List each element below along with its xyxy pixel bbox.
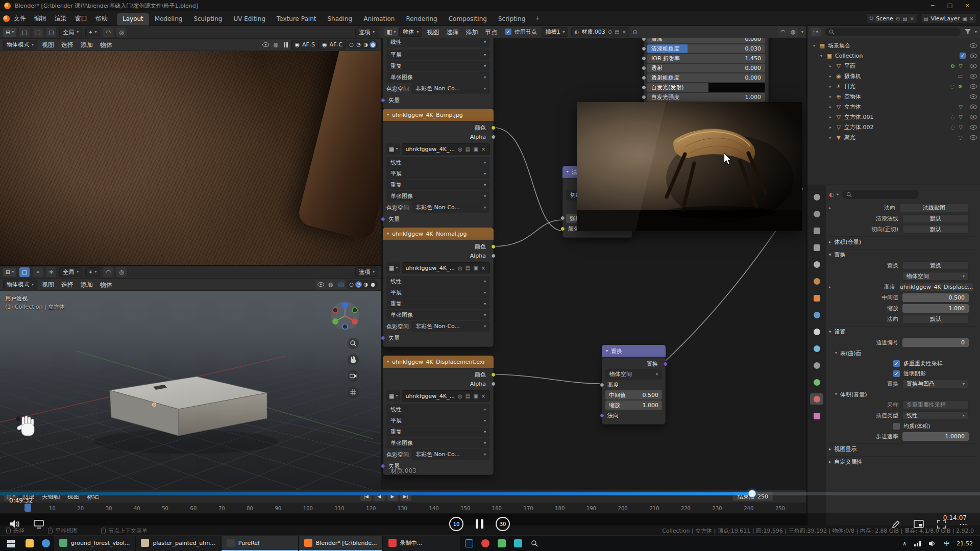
interpolation-select[interactable]: 线性▾: [386, 37, 490, 47]
mis-checkbox[interactable]: ✓: [893, 360, 900, 367]
use-nodes-checkbox[interactable]: ✓: [505, 29, 511, 35]
mode-dropdown[interactable]: 物体模式▾: [3, 40, 37, 49]
tab-particles[interactable]: [810, 326, 823, 337]
outliner[interactable]: ⫶▾ ▾ ▾ ▦ 场景集合 ✓ ▾ ▣ Collection ✓: [807, 26, 980, 185]
visibility-eye-icon[interactable]: [970, 135, 977, 140]
filter-icon[interactable]: [965, 29, 971, 35]
shading-rendered-icon[interactable]: ●: [370, 281, 376, 288]
snap-toggle-icon[interactable]: ◠: [103, 267, 113, 277]
tangent-button[interactable]: 默认: [902, 225, 969, 234]
settings-section-header[interactable]: ▾设置: [829, 326, 976, 337]
proportional-edit-icon[interactable]: ◎: [116, 28, 127, 37]
pivot-point-dropdown[interactable]: ⌖▾: [85, 267, 100, 277]
pin-icon[interactable]: ⊙: [896, 16, 900, 21]
node-principled-bsdf-partial[interactable]: 清漆0.000 清漆粗糙度0.030 IOR 折射率1.450 透射0.000 …: [644, 32, 769, 106]
image-name-field[interactable]: uhnkfggew_4K_...◎▤▣×: [402, 262, 490, 273]
taskbar-app-button[interactable]: PureRef: [222, 536, 298, 551]
node-select[interactable]: 线性▾: [386, 404, 490, 415]
viewport-camera-render[interactable]: [0, 51, 381, 265]
input-socket[interactable]: [642, 95, 646, 99]
node-select[interactable]: 重复▾: [386, 298, 490, 309]
viewport-menu-item[interactable]: 添加: [77, 40, 96, 50]
object-name[interactable]: 平面: [844, 62, 855, 70]
outliner-row[interactable]: ▾ ▣ Collection ✓: [807, 51, 980, 61]
outliner-row[interactable]: ▸ ▽ 立方体.002 ◌ ▽ ✓: [807, 122, 980, 132]
step-rate-field[interactable]: 1.0000: [902, 432, 969, 441]
overlays-toggle-icon[interactable]: ◍: [271, 40, 281, 49]
pan-hand-button[interactable]: [348, 354, 359, 365]
scale-field[interactable]: 1.000: [902, 304, 969, 313]
taskbar-app-button[interactable]: 录制中...: [383, 536, 460, 551]
space-dropdown[interactable]: 物体空间▾: [902, 272, 969, 281]
input-socket[interactable]: [642, 85, 646, 90]
outliner-row[interactable]: ▸ ▼ 聚光 ◌ ✓: [807, 132, 980, 142]
transparent-shadow-row[interactable]: ✓透明阴影: [829, 368, 976, 379]
viewport-menu-item[interactable]: 视图: [38, 40, 58, 50]
object-name[interactable]: 空物体: [844, 93, 861, 101]
pin-icon[interactable]: ⊙: [632, 29, 638, 36]
node-select[interactable]: 平展▾: [386, 168, 490, 179]
mis-checkbox-row[interactable]: ✓多重重要性采样: [829, 358, 976, 368]
expand-arrow-icon[interactable]: ▸: [828, 94, 833, 99]
workspace-tab[interactable]: Animation: [358, 13, 400, 26]
taskbar-pinned-icon-browser[interactable]: [38, 536, 54, 551]
node-displacement[interactable]: ▾置换 置换 物体空间▾ 高度 中间值0.500 缩放1.000 法向: [602, 345, 666, 424]
copy-icon[interactable]: ▤: [465, 146, 470, 152]
taskbar-icon-green-app[interactable]: [494, 536, 510, 551]
shader-type-dropdown[interactable]: 物体▾: [399, 27, 422, 37]
custom-properties-section-header[interactable]: ▸自定义属性: [829, 456, 976, 467]
clearcoat-normal-button[interactable]: 默认: [902, 214, 969, 223]
expand-arrow-icon[interactable]: ▸: [828, 64, 833, 68]
new-scene-icon[interactable]: ▤: [902, 16, 907, 21]
tab-object-data[interactable]: [810, 377, 823, 388]
tab-modifiers[interactable]: [810, 309, 823, 320]
unlink-material-icon[interactable]: ×: [622, 29, 626, 35]
shader-menu-item[interactable]: 节点: [481, 27, 501, 37]
node-select[interactable]: 单张图像▾: [386, 438, 490, 448]
object-name[interactable]: Collection: [835, 53, 863, 59]
outliner-row[interactable]: ▸ ▽ 立方体.001 ◌ ▽ ✓: [807, 112, 980, 122]
scale-field[interactable]: 缩放1.000: [605, 400, 662, 410]
node-select[interactable]: 单张图像▾: [386, 191, 490, 202]
zoom-button[interactable]: [348, 338, 359, 349]
outliner-row[interactable]: ▸ ▽ 平面 ⚙ ▽ ✓: [807, 61, 980, 71]
annotate-pencil-icon[interactable]: [892, 520, 900, 529]
colorspace-select[interactable]: 非彩色 Non-Co...▾: [411, 449, 490, 460]
mode-dropdown[interactable]: 物体模式▾: [3, 280, 37, 289]
input-socket[interactable]: [642, 46, 646, 51]
taskbar-pinned-icon-folder[interactable]: [21, 536, 38, 551]
scene-selector[interactable]: ⛭ Scene ⊙ ▤ ×: [866, 13, 917, 23]
options-dropdown[interactable]: 选项▾: [355, 28, 378, 37]
workspace-tab[interactable]: Shading: [322, 13, 358, 26]
taskbar-icon-teal-app[interactable]: [510, 536, 526, 551]
node-select[interactable]: 重复▾: [386, 427, 490, 437]
copy-material-icon[interactable]: ▤: [615, 29, 619, 35]
viewport-menu-item[interactable]: 选择: [58, 280, 77, 290]
close-button[interactable]: ×: [959, 0, 976, 11]
strength-socket[interactable]: [560, 216, 565, 220]
properties-search[interactable]: [842, 190, 919, 199]
viewlayer-selector[interactable]: ▤ ViewLayer ▣ ×: [920, 13, 977, 23]
visibility-eye-icon[interactable]: [970, 54, 977, 58]
taskbar-icon-search[interactable]: [526, 536, 543, 551]
topbar-menu-item[interactable]: 文件: [10, 13, 30, 24]
taskbar-icon-red-app[interactable]: [477, 536, 494, 551]
header-menu-arrow[interactable]: ▾: [975, 30, 977, 34]
select-lasso-tool[interactable]: ▢: [46, 28, 56, 37]
shading-material-icon[interactable]: ◑: [362, 281, 369, 288]
displacement-section-header[interactable]: ▾置换: [829, 249, 976, 260]
add-workspace-button[interactable]: +: [531, 13, 544, 24]
outliner-row[interactable]: ▸ ⊕ 空物体 ✓: [807, 91, 980, 102]
color-output-socket[interactable]: [491, 126, 496, 130]
workspace-tab[interactable]: Rendering: [400, 13, 443, 26]
properties-editor[interactable]: ◐ ▸ ▸法向法线贴图 清漆法线默认 切向(正切)默认 ▸体积(音量) ▾置换 …: [807, 185, 980, 527]
outliner-row[interactable]: ▸ ☀ 日光 ◌ ⚙ ✓: [807, 81, 980, 91]
input-socket[interactable]: [642, 56, 646, 61]
volume2-subsection-header[interactable]: ▾体积(音量): [829, 389, 976, 399]
homogeneous-checkbox[interactable]: ✓: [893, 423, 900, 430]
minimize-button[interactable]: ─: [924, 0, 941, 11]
progress-handle[interactable]: [748, 490, 756, 497]
node-select[interactable]: 平展▾: [386, 49, 490, 60]
volume-section-header[interactable]: ▸体积(音量): [829, 236, 976, 247]
viewport-menu-item[interactable]: 视图: [38, 280, 58, 290]
